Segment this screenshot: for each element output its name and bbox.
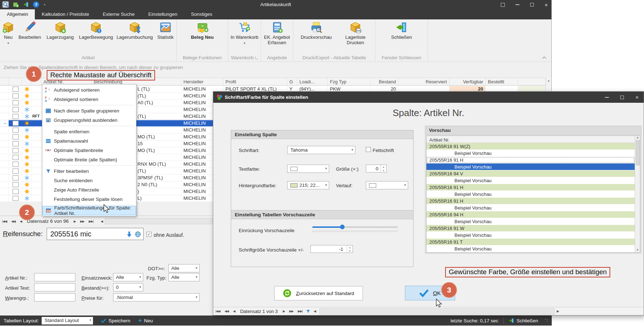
fzg-typ-dropdown[interactable]: Alle bbox=[168, 273, 200, 281]
vorschau-artikel-row[interactable]: 205/55R16 91 H bbox=[426, 198, 635, 204]
nav-prev-page-icon[interactable]: ◀◀ bbox=[11, 220, 15, 223]
menu-item-nach-spalte-gruppieren[interactable]: Nach dieser Spalte gruppieren bbox=[42, 106, 136, 115]
spinner-arrows[interactable]: ▲▼ bbox=[347, 245, 353, 253]
table-horizontal-scrollbar[interactable] bbox=[105, 218, 213, 224]
artikel-text-input[interactable] bbox=[34, 283, 75, 291]
vorschau-scrollbar[interactable]: ▲▼ bbox=[635, 136, 640, 252]
nav-first-icon[interactable]: |◀◀ bbox=[215, 309, 220, 313]
bestand-dropdown[interactable]: 0 bbox=[113, 283, 143, 291]
lagerumbuchung-button[interactable]: Lagerumbuchung bbox=[115, 21, 155, 54]
row-checkbox[interactable] bbox=[13, 100, 19, 105]
dialog-close-icon[interactable]: × bbox=[635, 95, 639, 100]
schriftart-dropdown[interactable]: Tahoma bbox=[287, 146, 355, 154]
row-checkbox[interactable] bbox=[13, 114, 19, 119]
nav-first-icon[interactable]: |◀◀ bbox=[2, 220, 7, 223]
nav-prev-icon[interactable]: ◀ bbox=[233, 309, 235, 313]
vorschau-artikel-row[interactable]: 205/55R16 91 H bbox=[426, 184, 635, 191]
vorschau-artikel-row-focused[interactable]: 205/55R16 91 H bbox=[426, 157, 635, 164]
column-header-bestand[interactable]: Bestand bbox=[370, 78, 398, 85]
vorschau-artikel-row[interactable]: 205/55R16 94 V bbox=[426, 170, 635, 177]
nav-next-page-icon[interactable]: ▶▶ bbox=[80, 220, 84, 223]
hscroll-left-icon[interactable]: ◀ bbox=[314, 309, 316, 313]
tab-einstellungen[interactable]: Einstellungen bbox=[141, 9, 184, 19]
lagerzugang-button[interactable]: Lagerzugang bbox=[43, 21, 78, 54]
artikel-nr-input[interactable] bbox=[34, 273, 75, 281]
vorschau-preview-row[interactable]: Beispiel Vorschau bbox=[426, 177, 635, 184]
nav-next-icon[interactable]: ▶ bbox=[74, 220, 76, 223]
textfarbe-dropdown[interactable] bbox=[287, 165, 329, 173]
row-checkbox[interactable] bbox=[13, 169, 19, 174]
einrueckung-slider[interactable] bbox=[312, 226, 398, 232]
statusbar-schliessen-button[interactable]: Schließen bbox=[509, 318, 538, 323]
column-header-reserviert[interactable]: Reserviert bbox=[398, 78, 449, 85]
row-checkbox[interactable] bbox=[13, 134, 19, 139]
vorschau-preview-row[interactable]: Beispiel Vorschau bbox=[426, 245, 635, 252]
vorschau-artikel-row[interactable]: 205/55R16 91 T bbox=[426, 239, 635, 245]
column-header-loadindex[interactable]: Loadi... bbox=[297, 78, 328, 85]
row-checkbox[interactable] bbox=[13, 93, 19, 98]
vorschau-preview-row[interactable]: Beispiel Vorschau bbox=[426, 191, 635, 198]
nav-last-icon[interactable]: ▶▶| bbox=[298, 309, 303, 313]
dialog-launcher-icon[interactable] bbox=[255, 56, 258, 59]
row-checkbox[interactable] bbox=[13, 128, 19, 133]
nav-next-page-icon[interactable]: ▶▶ bbox=[289, 309, 294, 313]
statistik-button[interactable]: Statistik bbox=[155, 21, 176, 54]
row-checkbox[interactable] bbox=[13, 175, 19, 180]
row-checkbox[interactable] bbox=[13, 189, 19, 194]
dialog-maximize-icon[interactable] bbox=[620, 96, 624, 99]
menu-item-optimale-spaltenbreite[interactable]: +A+ Optimale Spaltenbreite bbox=[42, 146, 136, 155]
tab-externe-suche[interactable]: Externe Suche bbox=[96, 9, 141, 19]
menu-item-suche-einblenden[interactable]: Suche einblenden bbox=[42, 176, 136, 185]
row-indicator-column-header[interactable] bbox=[0, 78, 9, 85]
preise-fuer-dropdown[interactable]: .Normal bbox=[113, 293, 200, 301]
ribbon-collapse-icon[interactable] bbox=[542, 56, 546, 59]
checkbox-column-header[interactable] bbox=[9, 78, 22, 85]
row-checkbox[interactable] bbox=[13, 196, 19, 201]
menu-item-zeige-auto-filterzeile[interactable]: Zeige Auto Filterzeile bbox=[42, 185, 136, 194]
nav-filter-icon[interactable] bbox=[306, 309, 310, 313]
vorschau-preview-row[interactable]: Beispiel Vorschau bbox=[426, 204, 635, 211]
druckvorschau-button[interactable]: Druckvorschau bbox=[295, 21, 337, 54]
schriftgroesse-spinner[interactable]: -1 ▲▼ bbox=[311, 245, 353, 253]
lagerliste-drucken-button[interactable]: Lagerliste Drucken bbox=[337, 21, 373, 54]
column-header-hersteller[interactable]: Hersteller bbox=[181, 78, 223, 85]
resize-grip[interactable] bbox=[545, 319, 548, 322]
hscroll-left-icon[interactable]: ◀ bbox=[101, 220, 103, 223]
hscroll-right-icon[interactable]: ▶ bbox=[557, 309, 559, 313]
hintergrundfarbe-dropdown[interactable]: 215; 22... bbox=[287, 181, 329, 189]
nav-prev-page-icon[interactable]: ◀◀ bbox=[224, 309, 229, 313]
groesse-spinner[interactable]: 0 ▲▼ bbox=[366, 165, 387, 172]
neu-button[interactable]: Neu▼ bbox=[0, 21, 17, 54]
row-checkbox[interactable] bbox=[13, 121, 19, 126]
row-checkbox[interactable] bbox=[13, 107, 19, 112]
in-warenkorb-button[interactable]: In Warenkorb▼ bbox=[229, 21, 260, 54]
column-header-fzg-typ[interactable]: Fzg Typ bbox=[328, 78, 370, 85]
vorschau-artikel-row[interactable]: 205/55R16 91 W(Z) bbox=[426, 143, 635, 150]
menu-item-gruppierungsfeld-ausblenden[interactable]: Gruppierungsfeld ausblenden bbox=[42, 115, 136, 125]
vorschau-preview-row[interactable]: Beispiel Vorschau bbox=[426, 218, 635, 225]
menu-item-spalte-entfernen[interactable]: Spalte entfernen bbox=[42, 127, 136, 136]
vorschau-artikel-row[interactable]: 205/55R16 94 H bbox=[426, 211, 635, 218]
bearbeiten-button[interactable]: Bearbeiten bbox=[17, 21, 43, 54]
nav-prev-icon[interactable]: ◀ bbox=[20, 220, 22, 223]
warengrp-input[interactable] bbox=[34, 293, 75, 301]
maximize-icon[interactable] bbox=[530, 3, 534, 6]
column-header-profil[interactable]: Profil bbox=[223, 78, 287, 85]
row-checkbox[interactable] bbox=[13, 182, 19, 187]
menu-item-aufsteigend-sortieren[interactable]: AZ↓ Aufsteigend sortieren bbox=[42, 85, 136, 95]
tab-allgemein[interactable]: Allgemein bbox=[0, 9, 35, 19]
dot-dropdown[interactable]: Alle bbox=[168, 264, 200, 272]
verlauf-dropdown[interactable] bbox=[366, 181, 408, 189]
menu-item-filter-bearbeiten[interactable]: Filter bearbeiten bbox=[42, 166, 136, 176]
menu-item-optimale-breite-alle[interactable]: Optimale Breite (alle Spalten) bbox=[42, 155, 136, 164]
einsatzzweck-dropdown[interactable]: Alle bbox=[113, 273, 143, 281]
search-run-icon[interactable] bbox=[126, 231, 132, 238]
dialog-horizontal-scrollbar[interactable] bbox=[319, 308, 555, 314]
row-checkbox[interactable] bbox=[13, 155, 19, 160]
schliessen-button[interactable]: Schließen bbox=[386, 21, 418, 54]
menu-item-spaltenauswahl[interactable]: Spaltenauswahl bbox=[42, 136, 136, 146]
zuruecksetzen-button[interactable]: Zurücksetzen auf Standard bbox=[274, 286, 363, 300]
nav-next-icon[interactable]: ▶ bbox=[283, 309, 285, 313]
tab-kalkulation-preisliste[interactable]: Kalkulation / Preisliste bbox=[35, 9, 96, 19]
menu-item-absteigend-sortieren[interactable]: ZA↓ Absteigend sortieren bbox=[42, 95, 136, 104]
